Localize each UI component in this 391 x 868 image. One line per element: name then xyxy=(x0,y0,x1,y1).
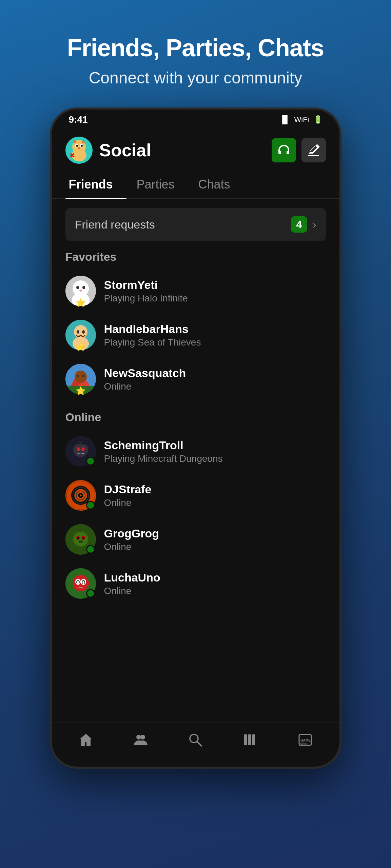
chevron-right-icon: › xyxy=(313,218,316,231)
friend-name-newsasquatch: NewSasquatch xyxy=(104,367,186,380)
friend-row-groggrog[interactable]: GrogGrog Online xyxy=(65,517,326,561)
nav-home[interactable] xyxy=(59,732,114,750)
svg-point-62 xyxy=(140,735,145,739)
friend-row-djstrafe[interactable]: DJStrafe Online xyxy=(65,473,326,517)
promo-subtitle: Connect with your community xyxy=(67,68,324,87)
friend-info-djstrafe: DJStrafe Online xyxy=(104,483,152,508)
friend-status-luchauno: Online xyxy=(104,586,160,596)
phone-screen: 9:41 ▐▌ WiFi 🔋 xyxy=(52,110,339,767)
friend-status-djstrafe: Online xyxy=(104,497,152,508)
svg-point-60 xyxy=(82,581,84,584)
app-title-section: Social xyxy=(65,137,151,164)
online-dot-groggrog xyxy=(86,545,95,554)
bottom-nav: GAME PASS xyxy=(52,723,339,767)
svg-point-8 xyxy=(81,145,83,147)
svg-point-48 xyxy=(77,537,79,539)
svg-point-23 xyxy=(82,330,85,334)
phone-frame: 9:41 ▐▌ WiFi 🔋 xyxy=(50,107,341,769)
favorites-section-label: Favorites xyxy=(65,250,326,263)
online-dot-djstrafe xyxy=(86,501,95,510)
svg-text:PASS: PASS xyxy=(300,743,307,746)
friend-name-djstrafe: DJStrafe xyxy=(104,483,152,496)
wifi-icon: WiFi xyxy=(294,115,309,124)
friend-avatar-luchauno xyxy=(65,568,96,599)
gamepass-icon: GAME PASS xyxy=(298,732,313,750)
tab-chats[interactable]: Chats xyxy=(195,171,244,198)
nav-library[interactable] xyxy=(223,732,278,750)
svg-point-16 xyxy=(76,286,79,289)
svg-rect-65 xyxy=(244,734,247,745)
svg-point-61 xyxy=(136,735,141,739)
friend-requests-right: 4 › xyxy=(291,216,316,233)
headset-button[interactable] xyxy=(272,138,296,162)
friend-requests-badge: 4 xyxy=(291,216,307,233)
status-icons: ▐▌ WiFi 🔋 xyxy=(279,115,322,124)
online-section-label: Online xyxy=(65,411,326,424)
friend-name-luchauno: LuchaUno xyxy=(104,571,160,584)
friend-row-newsasquatch[interactable]: ⭐ NewSasquatch Online xyxy=(65,357,326,401)
svg-point-17 xyxy=(82,286,85,289)
svg-point-43 xyxy=(73,532,88,547)
nav-search[interactable] xyxy=(168,732,223,750)
online-dot-schemingtroll xyxy=(86,457,95,466)
friend-row-handlebarhans[interactable]: ⭐ HandlebarHans Playing Sea of Thieves xyxy=(65,313,326,357)
svg-point-7 xyxy=(76,145,78,147)
star-badge-handlebarhans: ⭐ xyxy=(76,342,86,352)
svg-point-52 xyxy=(81,541,82,542)
svg-point-29 xyxy=(77,375,79,377)
friend-name-stormyeti: StormYeti xyxy=(104,278,188,292)
svg-point-33 xyxy=(77,447,80,451)
svg-point-39 xyxy=(80,494,82,496)
friend-name-handlebarhans: HandlebarHans xyxy=(104,322,201,336)
friends-icon xyxy=(133,732,148,750)
friend-avatar-stormyeti: ⭐ xyxy=(65,276,96,306)
header-buttons xyxy=(272,138,326,162)
svg-point-9 xyxy=(78,147,80,149)
nav-gamepass[interactable]: GAME PASS xyxy=(278,732,333,750)
star-badge-newsasquatch: ⭐ xyxy=(76,386,86,396)
friend-info-stormyeti: StormYeti Playing Halo Infinite xyxy=(104,278,188,304)
friend-avatar-handlebarhans: ⭐ xyxy=(65,320,96,350)
home-icon xyxy=(78,732,93,750)
friend-info-groggrog: GrogGrog Online xyxy=(104,527,159,552)
svg-point-51 xyxy=(79,541,80,542)
friend-status-groggrog: Online xyxy=(104,541,159,552)
compose-button[interactable] xyxy=(301,138,326,162)
friend-row-stormyeti[interactable]: ⭐ StormYeti Playing Halo Infinite xyxy=(65,269,326,313)
tab-parties[interactable]: Parties xyxy=(133,171,188,198)
status-time: 9:41 xyxy=(69,114,88,125)
signal-icon: ▐▌ xyxy=(279,115,290,124)
battery-icon: 🔋 xyxy=(313,115,322,124)
tabs-row: Friends Parties Chats xyxy=(52,171,339,199)
star-badge-stormyeti: ⭐ xyxy=(76,298,86,308)
svg-line-64 xyxy=(197,742,201,746)
friend-avatar-newsasquatch: ⭐ xyxy=(65,364,96,394)
friend-avatar-djstrafe xyxy=(65,480,96,511)
friend-avatar-schemingtroll xyxy=(65,436,96,467)
svg-point-34 xyxy=(81,447,85,451)
scroll-content[interactable]: Friend requests 4 › Favorites xyxy=(52,199,339,723)
search-icon xyxy=(188,732,203,750)
nav-friends[interactable] xyxy=(113,732,168,750)
friend-status-newsasquatch: Online xyxy=(104,381,186,392)
promo-header: Friends, Parties, Chats Connect with you… xyxy=(67,34,324,87)
status-bar: 9:41 ▐▌ WiFi 🔋 xyxy=(52,110,339,130)
friend-info-luchauno: LuchaUno Online xyxy=(104,571,160,596)
online-dot-luchauno xyxy=(86,589,95,598)
friend-row-schemingtroll[interactable]: SchemingTroll Playing Minecraft Dungeons xyxy=(65,429,326,473)
svg-point-30 xyxy=(82,375,84,377)
svg-point-22 xyxy=(77,330,79,334)
tab-friends[interactable]: Friends xyxy=(65,171,126,198)
friend-requests-bar[interactable]: Friend requests 4 › xyxy=(65,208,326,241)
promo-title: Friends, Parties, Chats xyxy=(67,34,324,62)
user-avatar[interactable] xyxy=(65,137,93,164)
friend-status-schemingtroll: Playing Minecraft Dungeons xyxy=(104,453,223,464)
svg-point-54 xyxy=(73,575,89,591)
friend-status-stormyeti: Playing Halo Infinite xyxy=(104,293,188,304)
friend-name-schemingtroll: SchemingTroll xyxy=(104,439,223,452)
svg-point-49 xyxy=(82,537,84,539)
friend-row-luchauno[interactable]: LuchaUno Online xyxy=(65,561,326,606)
friend-avatar-groggrog xyxy=(65,524,96,555)
app-title: Social xyxy=(99,140,151,160)
friend-info-schemingtroll: SchemingTroll Playing Minecraft Dungeons xyxy=(104,439,223,464)
